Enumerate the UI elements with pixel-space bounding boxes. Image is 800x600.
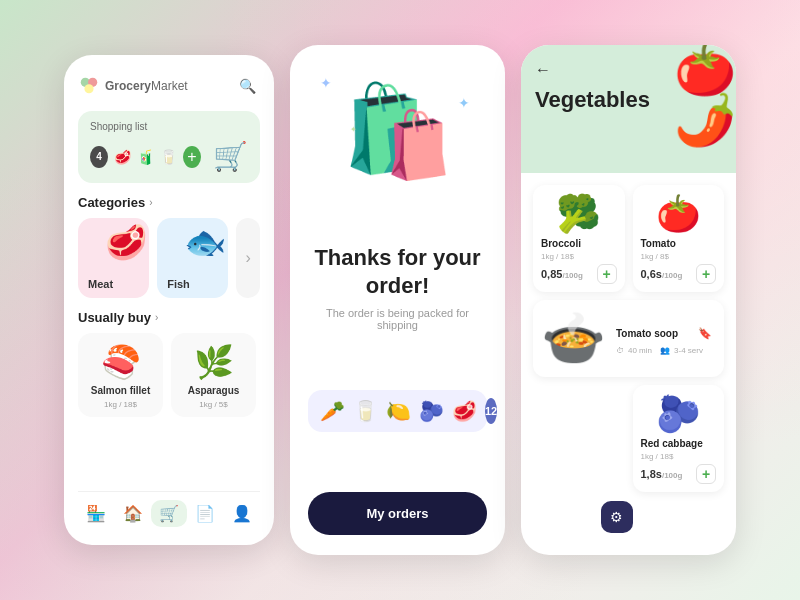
order-item-5: 🥩 <box>452 399 477 423</box>
usually-buy-title: Usually buy <box>78 310 151 325</box>
item-count-badge: 4 <box>90 146 108 168</box>
sparkle-2: ✦ <box>458 95 470 111</box>
broccoli-icon: 🥦 <box>541 193 617 235</box>
add-item-button[interactable]: + <box>183 146 201 168</box>
nav-cart[interactable]: 🛒 <box>151 500 187 527</box>
logo-text: GroceryMarket <box>105 79 188 93</box>
tomato-weight: 1kg / 8$ <box>641 252 717 261</box>
broccoli-weight: 1kg / 18$ <box>541 252 617 261</box>
category-fish[interactable]: 🐟 Fish <box>157 218 228 298</box>
nav-home[interactable]: 🏠 <box>115 500 151 527</box>
shopping-list-label: Shopping list <box>90 121 248 132</box>
category-meat-label: Meat <box>88 278 113 290</box>
asparagus-name: Asparagus <box>188 385 240 396</box>
bottom-nav: 🏪 🏠 🛒 📄 👤 <box>78 491 260 535</box>
categories-row: 🥩 Meat 🐟 Fish › <box>78 218 260 298</box>
usually-buy-arrow: › <box>155 312 158 323</box>
categories-section: Categories › 🥩 Meat 🐟 Fish › <box>78 195 260 298</box>
order-item-3: 🍋 <box>386 399 411 423</box>
cabbage-icon: 🫐 <box>641 393 717 435</box>
broccoli-add-button[interactable]: + <box>597 264 617 284</box>
sparkle-3: ✦ <box>350 125 357 134</box>
order-message: Thanks for your order! The order is bein… <box>308 244 487 331</box>
phone-3: ← 🍅🌶️ Vegetables 🥦 Broccoli 1kg / 18$ 0,… <box>521 45 736 555</box>
order-item-2: 🥛 <box>353 399 378 423</box>
item-emoji-1: 🥩 <box>114 149 131 165</box>
category-fish-label: Fish <box>167 278 190 290</box>
product-salmon[interactable]: 🍣 Salmon fillet 1kg / 18$ <box>78 333 163 417</box>
phone3-header: ← 🍅🌶️ Vegetables <box>521 45 736 173</box>
order-item-1: 🥕 <box>320 399 345 423</box>
soup-meta: ⏱ 40 min 👥 3-4 serv <box>616 346 716 355</box>
product-tomato-soup[interactable]: 🍲 Tomato soop 🔖 ⏱ 40 min 👥 3-4 serv <box>533 300 724 377</box>
cabbage-price-row: 1,8s/100g + <box>641 464 717 484</box>
nav-store[interactable]: 🏪 <box>78 500 114 527</box>
broccoli-price-row: 0,85/100g + <box>541 264 617 284</box>
asparagus-weight: 1kg / 5$ <box>199 400 227 409</box>
category-more[interactable]: › <box>236 218 260 298</box>
cabbage-weight: 1kg / 18$ <box>641 452 717 461</box>
order-subtitle: The order is being packed for shipping <box>308 307 487 331</box>
shopping-bag-decoration: 🛒 <box>213 140 248 173</box>
tomato-price: 0,6s/100g <box>641 268 683 280</box>
item-emoji-2: 🧃 <box>137 149 154 165</box>
product-asparagus[interactable]: 🌿 Asparagus 1kg / 5$ <box>171 333 256 417</box>
vegetables-grid: 🥦 Broccoli 1kg / 18$ 0,85/100g + 🍅 Tomat… <box>533 185 724 492</box>
salmon-weight: 1kg / 18$ <box>104 400 137 409</box>
nav-orders[interactable]: 📄 <box>187 500 223 527</box>
soup-info: Tomato soop 🔖 ⏱ 40 min 👥 3-4 serv <box>616 322 716 355</box>
categories-title: Categories <box>78 195 145 210</box>
svg-point-2 <box>84 84 93 93</box>
vegetables-title: Vegetables <box>535 87 722 113</box>
salmon-icon: 🍣 <box>101 343 141 381</box>
shopping-list-row: 4 🥩 🧃 🥛 + 🛒 <box>90 140 248 173</box>
categories-header: Categories › <box>78 195 260 210</box>
nav-profile[interactable]: 👤 <box>224 500 260 527</box>
product-broccoli[interactable]: 🥦 Broccoli 1kg / 18$ 0,85/100g + <box>533 185 625 292</box>
tomato-icon: 🍅 <box>641 193 717 235</box>
cabbage-price: 1,8s/100g <box>641 468 683 480</box>
logo-icon <box>78 75 100 97</box>
fish-icon: 🐟 <box>184 222 226 262</box>
soup-bookmark-button[interactable]: 🔖 <box>694 322 716 344</box>
usually-buy-row: 🍣 Salmon fillet 1kg / 18$ 🌿 Asparagus 1k… <box>78 333 260 417</box>
search-button[interactable]: 🔍 <box>234 73 260 99</box>
order-item-4: 🫐 <box>419 399 444 423</box>
sparkle-1: ✦ <box>320 75 332 91</box>
back-button[interactable]: ← <box>535 61 551 79</box>
logo: GroceryMarket <box>78 75 188 97</box>
cabbage-add-button[interactable]: + <box>696 464 716 484</box>
broccoli-price: 0,85/100g <box>541 268 583 280</box>
usually-buy-section: Usually buy › 🍣 Salmon fillet 1kg / 18$ … <box>78 310 260 417</box>
phone-1: GroceryMarket 🔍 Shopping list 4 🥩 🧃 🥛 + … <box>64 55 274 545</box>
category-meat[interactable]: 🥩 Meat <box>78 218 149 298</box>
cabbage-name: Red cabbage <box>641 438 717 449</box>
filter-icon: ⚙ <box>610 509 623 525</box>
product-tomato[interactable]: 🍅 Tomato 1kg / 8$ 0,6s/100g + <box>633 185 725 292</box>
clock-icon: ⏱ <box>616 346 624 355</box>
asparagus-icon: 🌿 <box>194 343 234 381</box>
soup-icon: 🍲 <box>541 308 606 369</box>
grocery-bag-image: 🛍️ <box>342 79 454 184</box>
broccoli-name: Broccoli <box>541 238 617 249</box>
order-items-row: 🥕 🥛 🍋 🫐 🥩 12 <box>308 390 487 432</box>
my-orders-button[interactable]: My orders <box>308 492 487 535</box>
shopping-list-card: Shopping list 4 🥩 🧃 🥛 + 🛒 <box>78 111 260 183</box>
categories-arrow: › <box>149 197 152 208</box>
order-title: Thanks for your order! <box>308 244 487 301</box>
soup-name: Tomato soop <box>616 328 678 339</box>
phone3-content: 🥦 Broccoli 1kg / 18$ 0,85/100g + 🍅 Tomat… <box>521 173 736 511</box>
phone1-header: GroceryMarket 🔍 <box>78 73 260 99</box>
filter-button[interactable]: ⚙ <box>601 501 633 533</box>
phone-2: ✦ ✦ ✦ 🛍️ Thanks for your order! The orde… <box>290 45 505 555</box>
tomato-name: Tomato <box>641 238 717 249</box>
tomato-add-button[interactable]: + <box>696 264 716 284</box>
usually-buy-header: Usually buy › <box>78 310 260 325</box>
order-count-badge: 12 <box>485 398 497 424</box>
people-icon: 👥 <box>660 346 670 355</box>
tomato-price-row: 0,6s/100g + <box>641 264 717 284</box>
salmon-name: Salmon fillet <box>91 385 150 396</box>
item-emoji-3: 🥛 <box>160 149 177 165</box>
product-red-cabbage[interactable]: 🫐 Red cabbage 1kg / 18$ 1,8s/100g + <box>633 385 725 492</box>
meat-icon: 🥩 <box>105 222 147 262</box>
